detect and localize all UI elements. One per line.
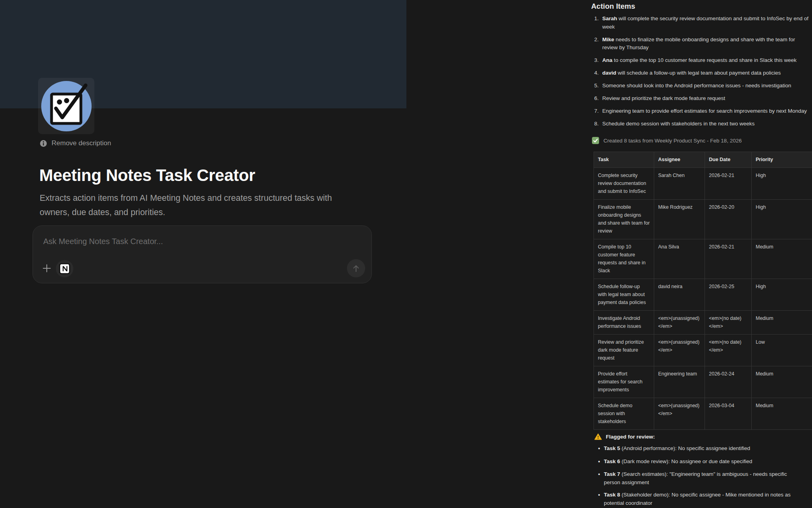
created-tasks-status: Created 8 tasks from Weekly Product Sync… xyxy=(592,137,742,144)
col-header-assignee: Assignee xyxy=(654,152,705,168)
tasks-table: Task Assignee Due Date Priority Complete… xyxy=(594,152,812,430)
action-items-heading: Action Items xyxy=(591,2,635,11)
col-header-due-date: Due Date xyxy=(705,152,752,168)
table-row: Finalize mobile onboarding designs and s… xyxy=(594,200,812,239)
table-row: Investigate Android performance issues<e… xyxy=(594,311,812,335)
table-row: Schedule follow-up with legal team about… xyxy=(594,279,812,311)
list-item: 1.Sarah will complete the security revie… xyxy=(591,15,812,31)
list-item: 5.Someone should look into the Android p… xyxy=(591,82,812,90)
remove-description-label: Remove description xyxy=(52,139,111,147)
list-item: Task 8 (Stakeholder demo): No specific a… xyxy=(594,491,812,507)
list-item: 8.Schedule demo session with stakeholder… xyxy=(591,120,812,128)
ballot-box-with-check-icon xyxy=(40,79,93,133)
flagged-section: Flagged for review: Task 5 (Android perf… xyxy=(594,433,812,507)
info-icon xyxy=(40,140,47,147)
col-header-task: Task xyxy=(594,152,654,168)
send-button[interactable] xyxy=(347,259,365,277)
list-item: 2.Mike needs to finalize the mobile onbo… xyxy=(591,36,812,52)
table-row: Complete security review documentation a… xyxy=(594,168,812,200)
chat-input-box[interactable]: Ask Meeting Notes Task Creator... xyxy=(33,225,372,283)
table-row: Review and prioritize dark mode feature … xyxy=(594,335,812,366)
notion-logo-icon xyxy=(58,262,71,275)
green-check-icon xyxy=(592,137,599,144)
table-header-row: Task Assignee Due Date Priority xyxy=(594,152,812,168)
warning-icon xyxy=(594,433,602,440)
page-description[interactable]: Extracts action items from AI Meeting No… xyxy=(40,191,348,219)
list-item: 4.david will schedule a follow-up with l… xyxy=(591,69,812,77)
list-item: Task 7 (Search estimates): "Engineering … xyxy=(594,470,812,487)
flagged-heading: Flagged for review: xyxy=(606,434,655,440)
table-row: Compile top 10 customer feature requests… xyxy=(594,239,812,279)
action-items-list: 1.Sarah will complete the security revie… xyxy=(591,15,812,133)
list-item: Task 6 (Dark mode review): No assignee o… xyxy=(594,458,812,466)
remove-description-button[interactable]: Remove description xyxy=(40,139,111,147)
add-attachment-button[interactable] xyxy=(41,262,53,274)
page-title[interactable]: Meeting Notes Task Creator xyxy=(39,166,255,185)
notion-logo-button[interactable] xyxy=(56,260,73,277)
table-row: Provide effort estimates for search impr… xyxy=(594,366,812,398)
page-icon[interactable] xyxy=(38,78,94,134)
list-item: 3.Ana to compile the top 10 customer fea… xyxy=(591,56,812,65)
table-row: Schedule demo session with stakeholders<… xyxy=(594,398,812,430)
col-header-priority: Priority xyxy=(752,152,812,168)
flagged-list: Task 5 (Android performance): No specifi… xyxy=(594,444,812,507)
chat-input-placeholder: Ask Meeting Notes Task Creator... xyxy=(43,237,163,246)
results-section: Task Assignee Due Date Priority Complete… xyxy=(594,152,812,508)
created-tasks-text: Created 8 tasks from Weekly Product Sync… xyxy=(603,138,742,144)
flagged-heading-row: Flagged for review: xyxy=(594,433,812,440)
list-item: 7.Engineering team to provide effort est… xyxy=(591,107,812,115)
arrow-up-icon xyxy=(351,263,361,273)
list-item: Task 5 (Android performance): No specifi… xyxy=(594,444,812,453)
response-panel: Action Items 1.Sarah will complete the s… xyxy=(591,0,812,508)
list-item: 6.Review and prioritize the dark mode fe… xyxy=(591,94,812,103)
